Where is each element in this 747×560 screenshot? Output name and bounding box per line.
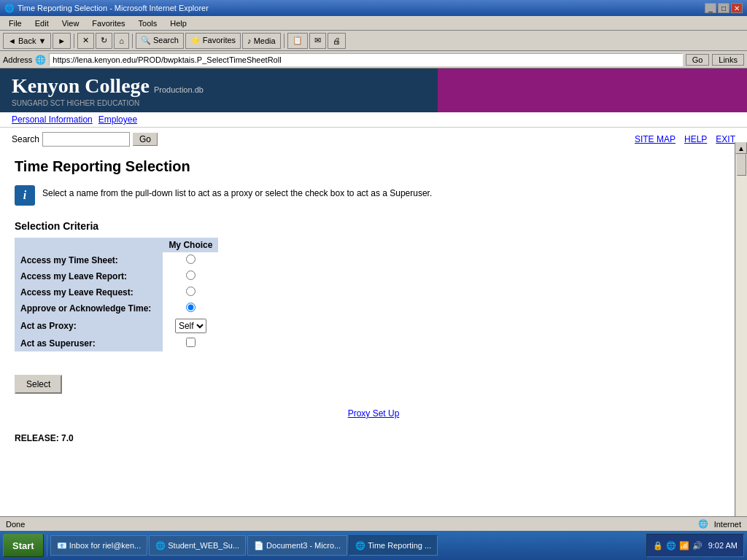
proxy-link-container: Proxy Set Up: [15, 408, 732, 419]
table-row: Act as Superuser:: [15, 335, 218, 351]
go-button[interactable]: Go: [686, 54, 710, 66]
tray-icon-1: 🔒: [653, 541, 663, 551]
access-timesheet-value[interactable]: [163, 252, 218, 268]
title-left: 🌐 Time Reporting Selection - Microsoft I…: [4, 4, 209, 13]
time-reporting-icon: 🌐: [355, 541, 365, 551]
scroll-up-arrow[interactable]: ▲: [735, 142, 747, 154]
scroll-thumb[interactable]: [737, 154, 746, 176]
table-row: Access my Leave Report:: [15, 268, 218, 284]
close-btn[interactable]: ✕: [731, 3, 743, 13]
tray-icon-2: 🌐: [666, 541, 676, 551]
approve-acknowledge-value[interactable]: [163, 300, 218, 316]
act-as-proxy-value[interactable]: Self: [163, 316, 218, 335]
back-button[interactable]: ◄ Back ▼: [3, 33, 51, 49]
approve-acknowledge-radio[interactable]: [186, 303, 196, 312]
info-text: Select a name from the pull-down list to…: [42, 185, 432, 198]
access-timesheet-radio[interactable]: [186, 254, 196, 264]
time-reporting-label: Time Reporting ...: [368, 541, 431, 550]
address-bar: Address 🌐 Go Links: [0, 51, 747, 69]
access-leave-report-radio[interactable]: [186, 271, 196, 280]
taskbar-item-document[interactable]: 📄 Document3 - Micro...: [247, 535, 347, 556]
search-go-button[interactable]: Go: [133, 133, 158, 146]
section-title: Selection Criteria: [15, 220, 732, 232]
document-label: Document3 - Micro...: [266, 541, 341, 550]
info-icon-text: i: [23, 189, 26, 202]
personal-info-link[interactable]: Personal Information: [12, 114, 93, 125]
menu-favorites[interactable]: Favorites: [86, 18, 131, 29]
mail-button[interactable]: ✉: [309, 33, 326, 49]
tray-icon-3: 📶: [679, 541, 689, 551]
status-bar: Done 🌐 Internet: [0, 516, 747, 531]
address-label: Address: [3, 55, 32, 64]
employee-link[interactable]: Employee: [98, 114, 137, 125]
release-info: RELEASE: 7.0: [15, 433, 732, 443]
access-leave-request-value[interactable]: [163, 284, 218, 300]
search-input[interactable]: [42, 132, 130, 147]
address-input[interactable]: [49, 53, 682, 66]
act-as-superuser-value[interactable]: [163, 335, 218, 351]
home-button[interactable]: ⌂: [114, 33, 129, 49]
forward-button[interactable]: ►: [53, 33, 71, 49]
menu-edit[interactable]: Edit: [29, 18, 55, 29]
student-icon: 🌐: [155, 541, 166, 551]
prod-db: Production.db: [154, 85, 204, 94]
my-choice-header: My Choice: [163, 238, 218, 252]
act-as-superuser-checkbox[interactable]: [186, 338, 196, 347]
tray-icon-4: 🔊: [692, 541, 703, 551]
links-button[interactable]: Links: [712, 54, 744, 66]
proxy-set-up-link[interactable]: Proxy Set Up: [348, 408, 400, 419]
sys-tray: 🔒 🌐 📶 🔊 9:02 AM: [646, 534, 744, 557]
minimize-btn[interactable]: _: [705, 3, 716, 13]
search-area: Search Go: [12, 132, 158, 147]
menu-bar: File Edit View Favorites Tools Help: [0, 16, 747, 31]
help-link[interactable]: HELP: [684, 134, 707, 144]
history-button[interactable]: 📋: [287, 33, 308, 49]
scrollbar[interactable]: ▲ ▼: [735, 142, 747, 560]
address-icon: 🌐: [35, 55, 46, 65]
table-row: Approve or Acknowledge Time:: [15, 300, 218, 316]
refresh-button[interactable]: ↻: [96, 33, 112, 49]
zone-icon: 🌐: [698, 519, 708, 529]
top-controls: Search Go SITE MAP HELP EXIT: [0, 128, 747, 151]
toolbar: ◄ Back ▼ ► ✕ ↻ ⌂ 🔍 Search ⭐ Favorites ♪ …: [0, 31, 747, 51]
table-row: Access my Leave Request:: [15, 284, 218, 300]
site-map-link[interactable]: SITE MAP: [635, 134, 676, 144]
media-toolbar-button[interactable]: ♪ Media: [242, 33, 281, 49]
page-content: Time Reporting Selection i Select a name…: [0, 151, 747, 451]
select-button[interactable]: Select: [15, 375, 62, 394]
zone-text: Internet: [714, 520, 741, 529]
search-toolbar-button[interactable]: 🔍 Search: [136, 33, 184, 49]
favorites-toolbar-button[interactable]: ⭐ Favorites: [185, 33, 241, 49]
print-button[interactable]: 🖨: [328, 33, 346, 49]
taskbar-item-inbox[interactable]: 📧 Inbox for riel@ken...: [50, 535, 148, 556]
menu-view[interactable]: View: [56, 18, 85, 29]
menu-file[interactable]: File: [3, 18, 28, 29]
status-text: Done: [6, 520, 346, 529]
taskbar-item-time-reporting[interactable]: 🌐 Time Reporting ...: [349, 535, 438, 556]
student-label: Student_WEB_Su...: [168, 541, 239, 550]
taskbar-item-student[interactable]: 🌐 Student_WEB_Su...: [149, 535, 246, 556]
banner-left: Kenyon College Production.db SUNGARD SCT…: [0, 69, 438, 112]
inbox-label: Inbox for riel@ken...: [69, 541, 142, 550]
college-name: Kenyon College: [12, 74, 150, 98]
access-leave-request-radio[interactable]: [186, 287, 196, 296]
access-leave-request-label: Access my Leave Request:: [15, 284, 163, 300]
act-as-proxy-label: Act as Proxy:: [15, 316, 163, 335]
scroll-track: [736, 154, 747, 560]
table-row: Access my Time Sheet:: [15, 252, 218, 268]
access-leave-report-label: Access my Leave Report:: [15, 268, 163, 284]
start-button[interactable]: Start: [3, 534, 44, 557]
sungard-text: SUNGARD SCT HIGHER EDUCATION: [12, 99, 426, 107]
maximize-btn[interactable]: □: [718, 3, 729, 13]
clock: 9:02 AM: [708, 541, 738, 550]
menu-help[interactable]: Help: [164, 18, 193, 29]
table-header-row: My Choice: [15, 238, 218, 252]
exit-link[interactable]: EXIT: [716, 134, 735, 144]
stop-button[interactable]: ✕: [77, 33, 94, 49]
title-controls[interactable]: _ □ ✕: [705, 3, 743, 13]
info-icon: i: [15, 185, 35, 206]
act-as-proxy-select[interactable]: Self: [175, 319, 206, 333]
nav-links: Personal Information Employee: [0, 112, 747, 128]
access-leave-report-value[interactable]: [163, 268, 218, 284]
menu-tools[interactable]: Tools: [133, 18, 163, 29]
